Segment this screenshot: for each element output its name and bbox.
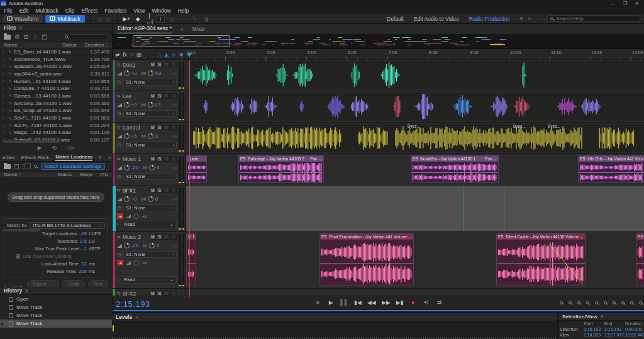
- track-s-button[interactable]: S: [157, 187, 163, 193]
- match-loudness-settings-button[interactable]: Match Loudness Settings: [41, 163, 105, 170]
- volume-knob[interactable]: [124, 102, 130, 108]
- file-row[interactable]: ›∿ES_Grap..er 44100 1.wav0:02.549: [0, 108, 112, 115]
- zoom-out-time-icon[interactable]: [569, 301, 572, 304]
- paintbrush-tool[interactable]: ✎: [191, 16, 199, 22]
- track-r-button[interactable]: R: [164, 234, 170, 240]
- automation-mode-dropdown[interactable]: Read⌄: [121, 221, 177, 228]
- file-row[interactable]: ›∿ZOOM0006_TrLR.WAV1:33.736: [0, 56, 112, 64]
- preview-loop-icon[interactable]: ⟲: [52, 145, 57, 151]
- track-m-button[interactable]: M: [150, 93, 156, 99]
- track-name[interactable]: Music 2: [123, 234, 141, 240]
- track-s-button[interactable]: S: [157, 62, 163, 67]
- zoom-full-icon[interactable]: [639, 301, 642, 304]
- expand-icon[interactable]: ›: [3, 86, 6, 91]
- menu-item-effects[interactable]: Effects: [81, 8, 97, 14]
- track-r-button[interactable]: R: [164, 291, 170, 296]
- clip-envelope-dropdown[interactable]: Volu: [635, 157, 643, 161]
- track-r-button[interactable]: R: [164, 187, 170, 193]
- marker-pin-icon[interactable]: ❖: [179, 52, 184, 58]
- levels-panel-menu-icon[interactable]: ≡: [135, 314, 138, 320]
- expand-icon[interactable]: ›: [3, 101, 6, 106]
- record-button[interactable]: ●: [409, 299, 417, 306]
- sv-end[interactable]: 2:15.193: [604, 327, 625, 331]
- track-s-button[interactable]: S: [157, 93, 163, 99]
- track-s-button[interactable]: S: [157, 291, 163, 296]
- audio-clip[interactable]: ES_Numb3rs - Jay Varton 44100 1Pan ⌄: [411, 155, 499, 183]
- file-row[interactable]: ›∿Human, ..01 44100 1.wav0:10.955: [0, 78, 112, 86]
- track-i-button[interactable]: I: [170, 125, 177, 130]
- clip-envelope-dropdown[interactable]: Pan ⌄: [485, 157, 497, 162]
- workspace-menu-icon[interactable]: ≡: [520, 16, 523, 21]
- open-file-icon[interactable]: [4, 35, 11, 40]
- waveform-view-button[interactable]: Waveform: [3, 15, 43, 23]
- file-row[interactable]: ›∿Magic, ..442 44100 1.wav0:01.139: [0, 130, 112, 137]
- menu-item-edit[interactable]: Edit: [19, 8, 29, 14]
- monitor-input-icon[interactable]: ∩: [172, 52, 175, 58]
- ml-col-0[interactable]: Name ↑: [4, 172, 21, 177]
- file-row[interactable]: ›∿AirComp..58 44100 1.wav0:03.360: [0, 100, 112, 108]
- input-selector[interactable]: S1: None›: [123, 173, 177, 180]
- session-overview[interactable]: [113, 35, 644, 49]
- pan-knob[interactable]: [148, 70, 153, 76]
- track-header[interactable]: ⇆LeeMSRI+0⋈L3(=)◷S1: None›: [113, 91, 186, 122]
- volume-knob[interactable]: [124, 196, 130, 202]
- volume-knob[interactable]: [124, 243, 130, 248]
- clip-effects-icon[interactable]: fx: [123, 52, 127, 58]
- expand-icon[interactable]: ›: [3, 57, 6, 62]
- expand-icon[interactable]: ›: [3, 123, 6, 128]
- track-m-button[interactable]: M: [150, 156, 156, 162]
- expand-icon[interactable]: ›: [3, 108, 6, 113]
- lasso-selection-tool[interactable]: ◌: [179, 16, 187, 22]
- input-selector[interactable]: S1: None›: [123, 110, 177, 117]
- track-name[interactable]: Lee: [123, 93, 131, 99]
- import-file-icon[interactable]: ⧉: [15, 33, 19, 40]
- preview-autoplay-icon[interactable]: ◁»: [67, 145, 74, 151]
- zoom-to-selection-icon[interactable]: [595, 301, 598, 304]
- track-m-button[interactable]: M: [150, 234, 156, 240]
- expand-icon[interactable]: ›: [3, 94, 6, 98]
- new-item-icon[interactable]: ⊡: [23, 34, 28, 40]
- ml-tab-overflow-icon[interactable]: »: [108, 155, 111, 160]
- track-header[interactable]: ⇆SFX1MSRI+0⋈0(=)◷S1: None›⇥◯-∞›Read⌄: [113, 186, 186, 231]
- tab-effects-rack[interactable]: Effects Rack: [21, 155, 50, 160]
- track-header[interactable]: ⇆Music 1MSRI-20⋈0(=)◷S1: None›: [113, 154, 186, 185]
- track-lane[interactable]: [186, 186, 644, 231]
- skip-to-start-button[interactable]: ▮◀: [354, 299, 362, 306]
- true-peak-checkbox[interactable]: ✓: [16, 254, 20, 258]
- slip-tool[interactable]: |↔|: [145, 13, 153, 25]
- track-lane[interactable]: [186, 289, 644, 296]
- sv-duration[interactable]: 0:00.000: [625, 327, 644, 331]
- history-item[interactable]: Move Track: [0, 320, 112, 328]
- crossfade-icon[interactable]: ⇄: [115, 52, 119, 58]
- workspace-radio-production[interactable]: Radio Production: [469, 16, 510, 22]
- files-search[interactable]: [62, 34, 108, 40]
- play-button[interactable]: ▶: [327, 299, 335, 306]
- track-name[interactable]: Doug: [123, 62, 135, 68]
- audio-clip[interactable]: ES_Silent Castle - Jay Varton 44100 2Vol…: [496, 233, 586, 286]
- file-row[interactable]: ›∿Spacesh..36 44100 1.wav1:25.024: [0, 63, 112, 70]
- ml-duplicate-icon[interactable]: [23, 164, 28, 169]
- audio-clip[interactable]: S_Bu..: [186, 233, 196, 286]
- track-header[interactable]: ⇆SFX2MSRI: [113, 289, 186, 296]
- audio-clip[interactable]: ES_Final Examination - Jay Varton 44100 …: [319, 233, 414, 286]
- track-lane[interactable]: Byes...Byes...Byes...: [186, 123, 644, 153]
- sv-start[interactable]: 2:15.193: [584, 327, 604, 331]
- files-col-duration[interactable]: Duration ↓: [86, 42, 108, 48]
- history-item[interactable]: Move Track: [0, 303, 112, 311]
- ml-tab-menu-icon[interactable]: ≡: [99, 155, 102, 160]
- ml-column-header[interactable]: Name ↑StatusStageITU: [0, 171, 112, 178]
- track-name[interactable]: SFX1: [123, 187, 136, 194]
- audio-clip[interactable]: ES_Subotage - Jay Varton 44100 2Pan ⌄: [238, 155, 324, 183]
- ml-hscrollbar[interactable]: [3, 229, 40, 231]
- timeline-ruler[interactable]: 3:004:005:006:007:008:009:0010:0011:0012…: [186, 49, 644, 60]
- preview-play-icon[interactable]: ▶: [38, 145, 42, 151]
- track-i-button[interactable]: I: [170, 291, 177, 296]
- minimize-button[interactable]: —: [610, 1, 615, 6]
- razor-tool[interactable]: ◆: [134, 16, 142, 22]
- sv-start[interactable]: 2:14.629: [584, 333, 604, 337]
- loop-playback-button[interactable]: ⟲: [423, 299, 430, 306]
- pause-button[interactable]: ▌▌: [340, 299, 348, 306]
- pan-knob[interactable]: [148, 102, 153, 108]
- track-r-button[interactable]: R: [164, 156, 170, 162]
- track-i-button[interactable]: I: [170, 234, 177, 240]
